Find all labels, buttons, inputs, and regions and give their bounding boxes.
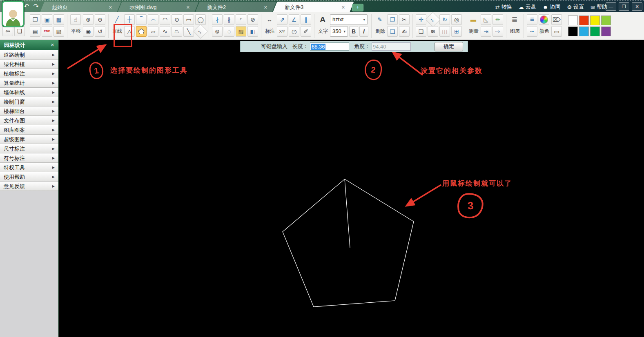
offset-tool[interactable]: ≋ (428, 26, 438, 37)
angle-input[interactable]: 94.40 (372, 42, 411, 51)
dim-continue-tool[interactable]: ∥ (301, 14, 311, 25)
export-image-button[interactable]: ▧ (53, 26, 64, 37)
bold-button[interactable]: B (349, 26, 358, 37)
break-tool[interactable]: ∦ (224, 14, 234, 25)
slope-tool[interactable]: ◺ (481, 14, 491, 25)
menu-collaborate[interactable]: ☻ 协同 (543, 3, 561, 11)
nav-back-icon[interactable]: ↶ (24, 2, 29, 10)
italic-button[interactable]: I (359, 26, 368, 37)
restore-button[interactable]: ❐ (619, 2, 629, 11)
dashtype-button[interactable]: ┅ (527, 26, 537, 37)
save-button[interactable]: ▣ (42, 14, 52, 25)
triangle-tool[interactable]: △ (124, 26, 135, 37)
tab-sample-dwg[interactable]: 示例图.dwg ✕ (120, 2, 196, 13)
color-swatch[interactable] (579, 27, 589, 36)
drawing-canvas[interactable] (59, 40, 644, 337)
ruler-icon[interactable]: ▬ (468, 14, 479, 25)
font-select[interactable]: hztxt ▾ (330, 14, 368, 25)
tab-close-icon[interactable]: ✕ (264, 5, 267, 10)
erase-pencil-icon[interactable]: ✎ (374, 14, 385, 25)
select-rect-button[interactable]: ▭ (551, 26, 562, 37)
menu-cloud[interactable]: ☁ 云盘 (519, 3, 536, 11)
paste-button[interactable]: ❑ (387, 26, 398, 37)
tab-new-file-3[interactable]: 新文件3 ✕ (275, 2, 352, 13)
save-as-button[interactable]: ▩ (53, 14, 64, 25)
sidebar-item[interactable]: 墙体轴线▶ (0, 88, 58, 97)
color-swatch[interactable] (590, 27, 600, 36)
fillet-tool[interactable]: ◜ (236, 14, 246, 25)
dashed-circle-tool[interactable]: ◌ (224, 26, 234, 37)
arc-node-tool[interactable]: ⌒ (136, 14, 147, 25)
hatch-tool[interactable]: ▨ (236, 26, 246, 37)
mirror-tool[interactable]: ◫ (439, 26, 450, 37)
export-pdf-button[interactable]: PDF (42, 26, 52, 37)
menu-settings[interactable]: ⚙ 设置 (567, 3, 584, 11)
text-icon[interactable]: A (317, 14, 328, 25)
tab-close-icon[interactable]: ✕ (186, 5, 190, 10)
tab-new-file-2[interactable]: 新文件2 ✕ (197, 2, 274, 13)
avatar[interactable] (2, 1, 24, 27)
color-swatch[interactable] (601, 16, 611, 25)
tab-close-icon[interactable]: ✕ (109, 5, 112, 10)
open-button[interactable]: ❒ (30, 14, 40, 25)
ellipse-node-tool[interactable]: ⌓ (148, 14, 158, 25)
color-swatch[interactable] (579, 16, 589, 25)
orbit-tool[interactable]: ◎ (451, 14, 462, 25)
line-tool-icon[interactable]: ╱ (111, 14, 122, 25)
tab-start-page[interactable]: 起始页 ✕ (42, 2, 119, 13)
rotate-tool[interactable]: ↻ (439, 14, 450, 25)
cut-button[interactable]: ✂ (399, 14, 410, 25)
ellipse-tool[interactable]: ◯ (195, 14, 206, 25)
circle-tool[interactable]: ⊙ (172, 14, 182, 25)
new-file-button[interactable]: ❏ (14, 26, 25, 36)
export1-button[interactable]: ⇥ (481, 26, 491, 37)
fill-tool[interactable]: ◧ (247, 26, 258, 37)
clone-tool[interactable]: ❏ (416, 26, 426, 37)
sidebar-item[interactable]: 绘制门窗▶ (0, 97, 58, 106)
scale-tool[interactable]: ↔ (426, 12, 441, 27)
color-swatch[interactable] (590, 16, 600, 25)
sidebar-item[interactable]: 符号标注▶ (0, 153, 58, 163)
pentagon-tool[interactable] (136, 26, 147, 37)
erase-flat-button[interactable]: ⌦ (551, 14, 562, 25)
line2-tool[interactable]: ╲ (183, 26, 194, 37)
close-button[interactable]: ✕ (632, 2, 642, 11)
dim-aligned-tool[interactable]: ⇗ (277, 14, 287, 25)
zoom-previous-button[interactable]: ↺ (95, 26, 105, 37)
sidebar-item[interactable]: 植物标注▶ (0, 69, 58, 78)
arc-tool[interactable]: ◠ (160, 14, 170, 25)
dim-radius-tool[interactable]: ◷ (289, 26, 299, 37)
copy-button[interactable]: ❐ (387, 14, 398, 25)
spline-tool[interactable]: ∿ (160, 26, 170, 37)
minimize-button[interactable]: — (606, 2, 616, 11)
nav-forward-icon[interactable]: ↷ (33, 2, 38, 10)
color-swatch[interactable] (568, 27, 578, 36)
sidebar-item[interactable]: 图库图案▶ (0, 125, 58, 135)
linetype-button[interactable]: ≡ (527, 14, 537, 25)
format-painter-button[interactable]: ✍ (399, 26, 410, 37)
move-tool[interactable]: ✛ (416, 14, 426, 25)
layers-icon[interactable]: ≣ (509, 14, 520, 25)
sidebar-item[interactable]: 算量统计▶ (0, 78, 58, 88)
sidebar-item[interactable]: 意见反馈▶ (0, 182, 58, 191)
zoom-in-button[interactable]: ⊕ (83, 14, 94, 25)
array-tool[interactable]: ⊞ (451, 26, 462, 37)
new-tab-button[interactable]: + (352, 4, 363, 11)
sidebar-item[interactable]: 道路绘制▶ (0, 50, 58, 60)
parallelogram-tool[interactable]: ▱ (148, 26, 158, 37)
polyline-tool[interactable]: ┼ (124, 14, 135, 25)
rectangle-tool[interactable]: ▭ (183, 14, 194, 25)
zoom-window-button[interactable]: ◉ (83, 26, 94, 37)
dim-angle-tool[interactable]: ∠ (289, 14, 299, 25)
trim-tool[interactable]: ∤ (212, 14, 223, 25)
dimension-icon[interactable]: ↔ (264, 14, 275, 25)
print-button[interactable]: ▤ (30, 26, 40, 37)
dim-xy-tool[interactable]: X/Y (277, 26, 287, 37)
sidebar-item[interactable]: 超级图库▶ (0, 135, 58, 144)
double-arrow-tool[interactable]: ↔ (193, 24, 208, 39)
color-swatch[interactable] (568, 16, 578, 25)
back-button[interactable]: ⇦ (2, 26, 13, 36)
sidebar-item[interactable]: 文件布图▶ (0, 116, 58, 125)
pan-icon[interactable]: ☝ (70, 14, 81, 25)
tangent-tool[interactable]: ⊘ (247, 14, 258, 25)
